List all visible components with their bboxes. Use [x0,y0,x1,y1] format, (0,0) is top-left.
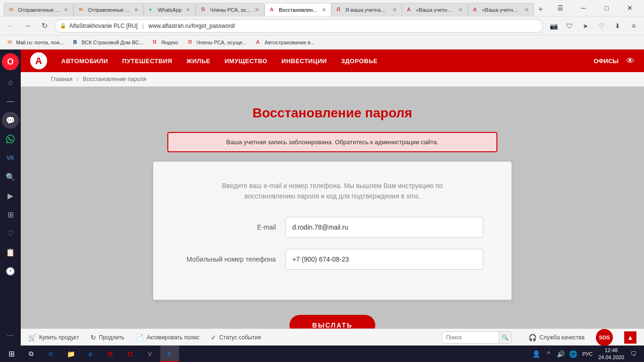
bookmarks-bar: ✉ Mail.ru: почта, пои... В ВСК Страховой… [0,35,644,49]
taskbar-viber[interactable]: V [140,346,159,362]
tab-4[interactable]: Я Члены РСА, ос... ✕ [196,3,264,16]
tab-close-active[interactable]: ✕ [322,7,326,13]
tab-close-8[interactable]: ✕ [524,7,529,13]
nav-puteshestviya[interactable]: ПУТЕШЕСТВИЯ [122,58,172,65]
new-tab-button[interactable]: + [534,3,547,16]
window-close-button[interactable]: ✕ [619,0,640,16]
taskbar-speaker-icon[interactable]: 🔊 [556,349,566,359]
phone-input[interactable] [285,249,483,270]
taskbar-notification-button[interactable]: 🗨 [628,349,638,359]
tab-active[interactable]: А Восстановлен... ✕ [264,3,331,16]
nav-zdorovye[interactable]: ЗДОРОВЬЕ [341,58,378,65]
nav-investitsii[interactable]: ИНВЕСТИЦИИ [281,58,327,65]
refresh-button[interactable]: ↻ [38,19,51,33]
address-bar[interactable]: 🔒 AlfaStrakhovanie PLC [RU] | www.alfast… [55,19,543,33]
bookmark-favicon-yandex: Я [153,39,159,46]
bookmark-alfastrah[interactable]: А Автострахование в... [252,38,318,47]
tab-2[interactable]: ✉ Отправленные ... ✕ [74,3,143,16]
taskbar-ie2[interactable]: e [160,346,179,362]
tab-favicon-7: А [407,7,414,13]
renew-icon: ↻ [91,334,96,341]
tab-close-3[interactable]: ✕ [186,7,190,13]
taskbar-network-icon[interactable]: 🌐 [568,349,578,359]
tab-favicon-2: ✉ [79,7,85,13]
sidebar-icon-grid[interactable]: ⊞ [2,206,19,223]
taskbar-opera[interactable]: O [121,346,140,362]
bookmark-vsk[interactable]: В ВСК Страховой Дом ВС... [69,38,147,47]
security-lock-icon: 🔒 [60,23,66,29]
window-minimize-button[interactable]: ─ [573,0,594,16]
bookmark-rsa[interactable]: Я Члены РСА, осуще... [184,38,251,47]
forward-button[interactable]: → [21,19,34,33]
browser-titlebar: ✉ Отправленные ... ✕ ✉ Отправленные ... … [0,0,644,16]
nav-automobili[interactable]: АВТОМОБИЛИ [61,58,108,65]
taskbar-clock[interactable]: 12:48 24.04.2020 [596,347,626,361]
footer-search[interactable]: 🔍 [442,331,512,344]
taskbar-user-icon[interactable]: 👤 [531,349,542,359]
sidebar-more-button[interactable]: ··· [2,329,19,342]
footer-buy-button[interactable]: 🛒 Купить продукт [28,334,79,341]
sidebar-icon-clipboard[interactable]: 📋 [2,244,19,261]
send-icon[interactable]: ➤ [579,19,592,33]
bookmark-yandex[interactable]: Я Яндекс [149,38,182,47]
tab-8[interactable]: А «Ваша учетна... ✕ [468,3,534,16]
tab-close-1[interactable]: ✕ [64,7,68,13]
taskbar-taskview[interactable]: ⧉ [22,346,41,362]
taskbar-yandex[interactable]: Я [101,346,120,362]
footer-search-button[interactable]: 🔍 [499,332,511,343]
tab-close-7[interactable]: ✕ [458,7,463,13]
tab-1[interactable]: ✉ Отправленные ... ✕ [4,3,74,16]
menu-icon[interactable]: ≡ [627,19,640,33]
sidebar-icon-whatsapp[interactable] [2,131,19,148]
footer-status-button[interactable]: ✓ Статус события [211,334,261,341]
tab-whatsapp[interactable]: ● WhatsApp ✕ [144,3,196,16]
sidebar-icon-star[interactable]: ☆ [2,74,19,91]
taskbar-show-hidden[interactable]: ^ [544,349,554,359]
start-button[interactable]: ⊞ [2,346,21,362]
nav-imushchestvo[interactable]: ИМУЩЕСТВО [224,58,267,65]
tab-close-4[interactable]: ✕ [255,7,259,13]
sidebar-icon-messenger[interactable]: 💬 [2,112,19,129]
footer-renew-button[interactable]: ↻ Продлить [91,334,124,341]
sidebar-icon-search[interactable]: 🔍 [2,168,19,185]
shield-icon[interactable]: 🛡 [563,19,576,33]
email-input[interactable] [285,217,483,238]
scroll-up-button[interactable]: ▲ [624,331,636,344]
site-nav-right: ОФИСЫ 👁 [594,56,635,66]
tab-6[interactable]: Я Я ваша учетная ... ✕ [331,3,402,16]
window-menu-button[interactable]: ☰ [550,0,571,16]
taskbar-edge[interactable]: e [81,346,100,362]
window-maximize-button[interactable]: □ [596,0,617,16]
taskbar-ie[interactable]: e [41,346,60,362]
cart-icon: 🛒 [28,334,36,341]
camera-icon[interactable]: 📷 [547,19,560,33]
footer-quality-service[interactable]: 🎧 Служба качества [528,334,585,341]
nav-zhilye[interactable]: ЖИЛЬЕ [186,58,210,65]
form-card: Введите ваш e-mail и номер телефона. Мы … [153,162,512,300]
sidebar-opera-logo[interactable]: O [2,53,19,70]
email-label: E-mail [182,223,276,231]
sidebar-icon-history[interactable]: 🕐 [2,263,19,280]
taskbar-file-explorer[interactable]: 📁 [61,346,80,362]
sos-button[interactable]: SOS [596,329,613,346]
taskbar-language[interactable]: РУС [580,351,594,357]
sidebar-icon-vk[interactable]: VK [2,149,19,166]
nav-offices[interactable]: ОФИСЫ [594,58,619,65]
bookmark-mail[interactable]: ✉ Mail.ru: почта, пои... [4,38,67,47]
tab-7[interactable]: А «Ваша учетна... ✕ [402,3,468,16]
back-button[interactable]: ← [4,19,17,33]
accessibility-icon[interactable]: 👁 [626,56,635,66]
page-body: Восстановление пароля Ваша учетная запис… [21,87,644,346]
sidebar-icon-player[interactable]: ▶ [2,187,19,204]
bookmark-icon[interactable]: ♡ [595,19,608,33]
ie-icon: e [49,350,53,358]
footer-activate-button[interactable]: 📄 Активировать полис [136,334,199,341]
tab-close-6[interactable]: ✕ [392,7,397,13]
phone-form-row: Мобильный номер телефона [182,249,483,270]
tab-close-2[interactable]: ✕ [134,7,139,13]
download-icon[interactable]: ⬇ [611,19,624,33]
breadcrumb-home-link[interactable]: Главная [51,76,73,82]
footer-search-input[interactable] [442,332,499,343]
sidebar-icon-news[interactable]: — [2,93,19,110]
sidebar-icon-heart[interactable]: ♡ [2,225,19,242]
